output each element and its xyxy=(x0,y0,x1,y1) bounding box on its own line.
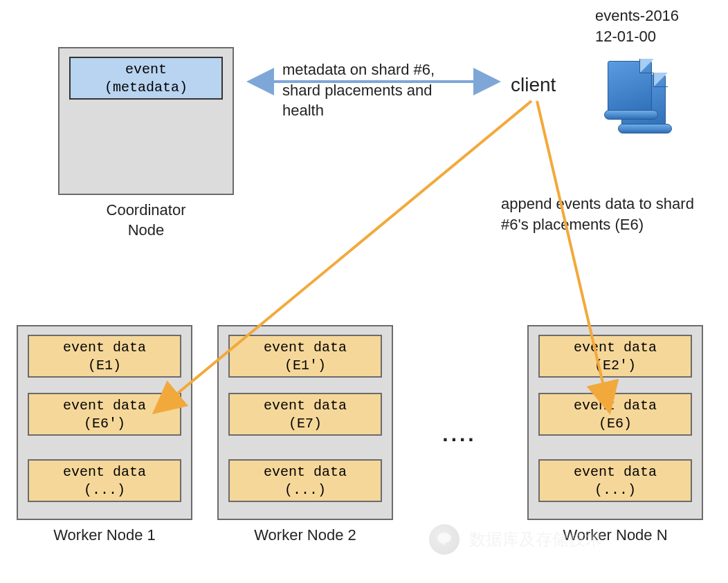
file-label-line2: 12-01-00 xyxy=(595,28,656,45)
worker2-label: Worker Node 2 xyxy=(217,526,393,546)
watermark-icon xyxy=(429,524,459,555)
coordinator-label: Coordinator Node xyxy=(58,201,234,240)
metadata-annotation: metadata on shard #6, shard placements a… xyxy=(282,59,469,121)
append-annotation: append events data to shard #6's placeme… xyxy=(501,194,695,234)
watermark: 数据库及存储技术 xyxy=(429,524,602,555)
ellipsis: .... xyxy=(432,420,487,447)
metadata-box: event (metadata) xyxy=(69,57,223,100)
metadata-line1: event xyxy=(125,62,167,77)
worker1-shard3: event data (...) xyxy=(28,459,181,502)
file-icon xyxy=(602,58,678,141)
worker1-shard2: event data (E6') xyxy=(28,393,181,436)
worker1-label: Worker Node 1 xyxy=(17,526,192,546)
workern-shard1: event data (E2') xyxy=(538,335,692,378)
worker2-shard2: event data (E7) xyxy=(228,393,382,436)
workern-shard2: event data (E6) xyxy=(538,393,692,436)
file-label-line1: events-2016 xyxy=(595,7,679,24)
worker1-shard1: event data (E1) xyxy=(28,335,181,378)
worker2-shard1: event data (E1') xyxy=(228,335,382,378)
workern-shard3: event data (...) xyxy=(538,459,692,502)
worker2-shard3: event data (...) xyxy=(228,459,382,502)
metadata-line2: (metadata) xyxy=(104,80,188,95)
file-label: events-2016 12-01-00 xyxy=(595,6,679,46)
client-label: client xyxy=(511,72,556,98)
watermark-text: 数据库及存储技术 xyxy=(469,528,602,550)
